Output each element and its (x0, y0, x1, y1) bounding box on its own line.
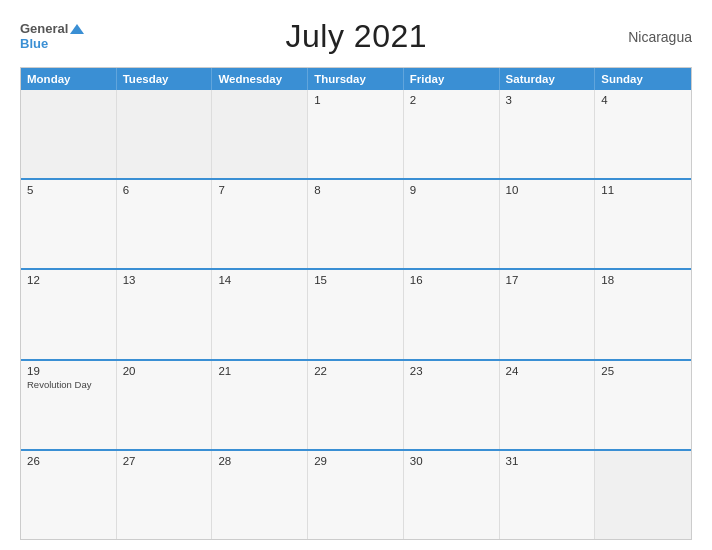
calendar-cell: 15 (308, 270, 404, 358)
header: General Blue July 2021 Nicaragua (20, 18, 692, 55)
day-number: 1 (314, 94, 397, 106)
day-number: 8 (314, 184, 397, 196)
calendar-cell (595, 451, 691, 539)
calendar-cell (117, 90, 213, 178)
calendar-cell: 4 (595, 90, 691, 178)
calendar-cell: 31 (500, 451, 596, 539)
day-number: 30 (410, 455, 493, 467)
calendar-cell: 16 (404, 270, 500, 358)
calendar-cell: 22 (308, 361, 404, 449)
day-number: 10 (506, 184, 589, 196)
calendar-cell: 26 (21, 451, 117, 539)
calendar-body: 12345678910111213141516171819Revolution … (21, 90, 691, 539)
day-number: 20 (123, 365, 206, 377)
day-number: 12 (27, 274, 110, 286)
calendar-week-3: 12131415161718 (21, 270, 691, 360)
calendar-cell: 24 (500, 361, 596, 449)
page: General Blue July 2021 Nicaragua Monday … (0, 0, 712, 550)
calendar-header: Monday Tuesday Wednesday Thursday Friday… (21, 68, 691, 90)
day-event: Revolution Day (27, 379, 110, 390)
day-number: 15 (314, 274, 397, 286)
calendar-cell: 23 (404, 361, 500, 449)
day-number: 14 (218, 274, 301, 286)
day-number: 22 (314, 365, 397, 377)
calendar-week-5: 262728293031 (21, 451, 691, 539)
calendar: Monday Tuesday Wednesday Thursday Friday… (20, 67, 692, 540)
day-number: 29 (314, 455, 397, 467)
calendar-week-2: 567891011 (21, 180, 691, 270)
weekday-thursday: Thursday (308, 68, 404, 90)
weekday-saturday: Saturday (500, 68, 596, 90)
day-number: 3 (506, 94, 589, 106)
logo: General Blue (20, 22, 84, 51)
calendar-cell: 2 (404, 90, 500, 178)
calendar-title: July 2021 (286, 18, 427, 55)
logo-blue-text: Blue (20, 36, 48, 51)
calendar-week-1: 1234 (21, 90, 691, 180)
calendar-cell (21, 90, 117, 178)
calendar-cell: 18 (595, 270, 691, 358)
day-number: 7 (218, 184, 301, 196)
country-label: Nicaragua (628, 29, 692, 45)
calendar-cell: 17 (500, 270, 596, 358)
calendar-cell: 10 (500, 180, 596, 268)
calendar-cell: 9 (404, 180, 500, 268)
calendar-cell: 29 (308, 451, 404, 539)
day-number: 2 (410, 94, 493, 106)
day-number: 21 (218, 365, 301, 377)
day-number: 31 (506, 455, 589, 467)
weekday-friday: Friday (404, 68, 500, 90)
day-number: 16 (410, 274, 493, 286)
weekday-tuesday: Tuesday (117, 68, 213, 90)
calendar-cell: 11 (595, 180, 691, 268)
day-number: 17 (506, 274, 589, 286)
day-number: 9 (410, 184, 493, 196)
day-number: 18 (601, 274, 685, 286)
calendar-week-4: 19Revolution Day202122232425 (21, 361, 691, 451)
day-number: 24 (506, 365, 589, 377)
calendar-cell: 14 (212, 270, 308, 358)
day-number: 13 (123, 274, 206, 286)
calendar-cell (212, 90, 308, 178)
day-number: 28 (218, 455, 301, 467)
calendar-cell: 20 (117, 361, 213, 449)
day-number: 27 (123, 455, 206, 467)
calendar-cell: 27 (117, 451, 213, 539)
calendar-cell: 7 (212, 180, 308, 268)
day-number: 26 (27, 455, 110, 467)
calendar-cell: 30 (404, 451, 500, 539)
logo-general-text: General (20, 22, 68, 35)
calendar-cell: 8 (308, 180, 404, 268)
calendar-cell: 6 (117, 180, 213, 268)
weekday-sunday: Sunday (595, 68, 691, 90)
calendar-cell: 25 (595, 361, 691, 449)
calendar-cell: 1 (308, 90, 404, 178)
calendar-cell: 28 (212, 451, 308, 539)
day-number: 11 (601, 184, 685, 196)
weekday-wednesday: Wednesday (212, 68, 308, 90)
day-number: 25 (601, 365, 685, 377)
day-number: 5 (27, 184, 110, 196)
calendar-cell: 5 (21, 180, 117, 268)
calendar-cell: 13 (117, 270, 213, 358)
calendar-cell: 21 (212, 361, 308, 449)
weekday-monday: Monday (21, 68, 117, 90)
day-number: 4 (601, 94, 685, 106)
day-number: 23 (410, 365, 493, 377)
day-number: 6 (123, 184, 206, 196)
day-number: 19 (27, 365, 110, 377)
calendar-cell: 12 (21, 270, 117, 358)
calendar-cell: 3 (500, 90, 596, 178)
calendar-cell: 19Revolution Day (21, 361, 117, 449)
logo-triangle-icon (70, 24, 84, 34)
